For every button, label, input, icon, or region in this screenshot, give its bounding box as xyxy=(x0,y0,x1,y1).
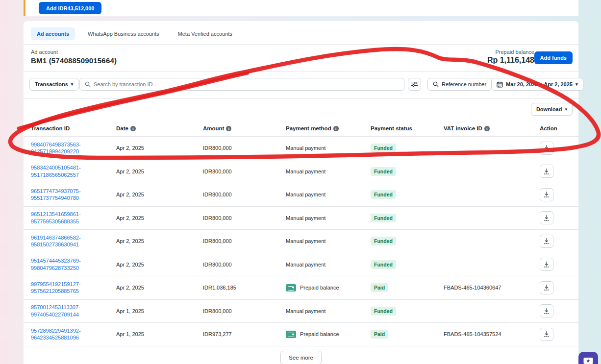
status-badge: Paid xyxy=(371,283,388,292)
add-amount-button[interactable]: Add IDR43,512,000 xyxy=(39,2,101,14)
table-row: 9619146374866582-9581502738630941 Apr 2,… xyxy=(24,230,578,253)
billing-card: Ad accountsWhatsApp Business accountsMet… xyxy=(24,21,578,364)
tab-ad-accounts[interactable]: Ad accounts xyxy=(31,27,75,40)
transaction-id-link[interactable]: 9651213541659861-9577595305688355 xyxy=(31,211,81,225)
cell-transaction-id: 9619146374866582-9581502738630941 xyxy=(24,234,109,248)
cell-transaction-id: 9651213541659861-9577595305688355 xyxy=(24,211,109,225)
download-icon xyxy=(543,215,550,221)
column-header-payment-method: Payment methodi xyxy=(278,125,363,131)
transaction-id-link[interactable]: 9619146374866582-9581502738630941 xyxy=(31,234,81,248)
cell-payment-status: Funded xyxy=(363,237,436,245)
cell-transaction-id: 9583424005105481-9517186565062557 xyxy=(24,164,109,178)
download-invoice-button[interactable] xyxy=(540,235,553,248)
cell-date: Apr 2, 2025 xyxy=(109,192,196,197)
transaction-id-link[interactable]: 9583424005105481-9517186565062557 xyxy=(31,164,81,178)
ad-account-label: Ad account xyxy=(31,49,117,55)
search-input[interactable] xyxy=(94,81,399,87)
cell-payment-method: Manual payment xyxy=(278,262,363,267)
filter-sliders-icon xyxy=(411,81,418,87)
info-icon[interactable]: i xyxy=(333,126,339,131)
cell-amount: IDR800,000 xyxy=(196,215,278,221)
info-icon[interactable]: i xyxy=(226,126,231,131)
ad-account-header: Ad account BM1 (574088509015664) xyxy=(31,49,117,65)
ad-account-name: BM1 (574088509015664) xyxy=(31,56,117,65)
column-header-label: Payment status xyxy=(371,125,412,131)
download-invoice-button[interactable] xyxy=(540,165,553,178)
download-invoice-button[interactable] xyxy=(540,328,553,341)
cell-date: Apr 2, 2025 xyxy=(109,262,196,267)
search-box[interactable] xyxy=(79,78,404,91)
transaction-id-link[interactable]: 9572898229491392-9642334525881096 xyxy=(31,327,81,341)
table-row: 9651774734937075-9551737754940780 Apr 2,… xyxy=(24,183,578,207)
chevron-down-icon: ▾ xyxy=(71,82,74,87)
cell-date: Apr 1, 2025 xyxy=(109,308,196,314)
cell-payment-method: Manual payment xyxy=(278,192,363,197)
download-invoice-button[interactable] xyxy=(540,304,553,317)
support-chat-button[interactable] xyxy=(578,352,598,364)
reference-number-button[interactable]: Reference number xyxy=(427,78,492,91)
search-icon xyxy=(85,81,91,87)
cell-date: Apr 2, 2025 xyxy=(109,238,196,244)
cell-payment-status: Funded xyxy=(363,214,436,222)
cell-action xyxy=(532,235,576,248)
download-icon xyxy=(543,308,550,315)
table-row: 9514574445323769-9980479628733250 Apr 2,… xyxy=(24,253,578,277)
status-badge: Funded xyxy=(371,237,396,245)
transaction-id-link[interactable]: 9514574445323769-9980479628733250 xyxy=(31,257,81,271)
column-header-label: Date xyxy=(116,125,128,131)
download-icon xyxy=(543,145,550,151)
cell-action xyxy=(532,165,576,178)
download-invoice-button[interactable] xyxy=(540,142,553,155)
cell-amount: IDR800,000 xyxy=(196,169,278,174)
cell-action xyxy=(532,258,576,271)
transactions-dropdown-label: Transactions xyxy=(35,81,68,87)
tab-whatsapp-business-accounts[interactable]: WhatsApp Business accounts xyxy=(82,27,165,40)
transaction-id-link[interactable]: 9984076498373563-9425719994209220 xyxy=(31,141,81,155)
tab-meta-verified-accounts[interactable]: Meta Verified accounts xyxy=(172,27,238,40)
cell-date: Apr 2, 2025 xyxy=(109,169,196,174)
cell-payment-method: Manual payment xyxy=(278,145,363,151)
wallet-icon xyxy=(286,331,296,338)
chevron-down-icon: ▾ xyxy=(576,82,578,87)
cell-action xyxy=(532,281,576,294)
download-invoice-button[interactable] xyxy=(540,211,553,224)
add-funds-button[interactable]: Add funds xyxy=(534,51,573,64)
transactions-dropdown[interactable]: Transactions ▾ xyxy=(29,78,78,91)
cell-amount: IDR800,000 xyxy=(196,192,278,197)
download-icon xyxy=(543,168,550,175)
download-button[interactable]: Download ▾ xyxy=(531,103,573,116)
cell-date: Apr 2, 2025 xyxy=(109,215,196,221)
download-icon xyxy=(543,261,550,268)
cell-payment-status: Paid xyxy=(363,283,436,292)
cell-payment-status: Funded xyxy=(363,190,436,199)
column-header-payment-status: Payment status xyxy=(363,125,436,131)
date-range-picker[interactable]: Mar 20, 2025 – Apr 2, 2025 ▾ xyxy=(491,78,583,91)
transaction-id-link[interactable]: 9570012453113307-9974054022709144 xyxy=(31,304,80,318)
info-icon[interactable]: i xyxy=(484,126,490,131)
cell-payment-method: Manual payment xyxy=(278,169,363,174)
download-icon xyxy=(543,191,550,198)
transaction-id-link[interactable]: 9979554192159127-9575621205885765 xyxy=(31,281,81,295)
download-invoice-button[interactable] xyxy=(540,188,553,201)
download-invoice-button[interactable] xyxy=(540,281,553,294)
cell-transaction-id: 9984076498373563-9425719994209220 xyxy=(24,141,109,155)
reference-number-label: Reference number xyxy=(442,81,486,87)
see-more-button[interactable]: See more xyxy=(280,351,322,364)
cell-payment-method: Prepaid balance xyxy=(278,284,363,291)
status-badge: Paid xyxy=(371,330,388,339)
chat-bubble-icon xyxy=(583,356,594,364)
cell-payment-method: Prepaid balance xyxy=(278,331,363,338)
table-row: 9984076498373563-9425719994209220 Apr 2,… xyxy=(24,137,578,160)
column-header-label: Payment method xyxy=(286,125,331,131)
cell-action xyxy=(532,328,576,341)
info-icon[interactable]: i xyxy=(130,126,136,131)
download-invoice-button[interactable] xyxy=(540,258,553,271)
cell-payment-method: Manual payment xyxy=(278,308,363,314)
cell-action xyxy=(532,211,576,224)
column-header-label: Transaction ID xyxy=(31,125,70,131)
filter-sliders-button[interactable] xyxy=(408,78,421,91)
cell-payment-status: Paid xyxy=(363,330,436,339)
transaction-id-link[interactable]: 9651774734937075-9551737754940780 xyxy=(31,188,81,202)
table-header-row: Transaction IDDateiAmountiPayment method… xyxy=(24,121,578,137)
cell-payment-status: Funded xyxy=(363,144,436,152)
